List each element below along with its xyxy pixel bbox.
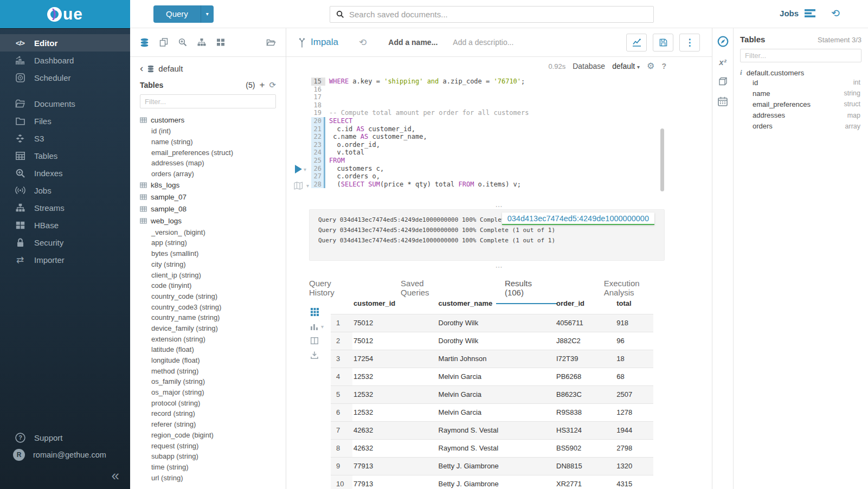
tree-table-web_logs[interactable]: web_logs <box>140 215 276 227</box>
table-row[interactable]: 742632Raymond S. VestalHS31241944 <box>331 422 653 440</box>
active-table-row[interactable]: i default.customers <box>740 68 861 77</box>
sidebar-item-tables[interactable]: Tables <box>0 147 130 164</box>
code-line[interactable]: 26 customers c, <box>311 165 712 173</box>
global-search[interactable] <box>330 6 654 23</box>
query-button[interactable]: Query ▾ <box>153 5 214 23</box>
columns-view-icon[interactable] <box>311 337 318 344</box>
sidebar-item-support[interactable]: ? Support <box>0 429 130 446</box>
tree-column[interactable]: referer (string) <box>140 419 276 430</box>
refresh-icon[interactable]: ⟳ <box>269 81 276 89</box>
tree-column[interactable]: country_code3 (string) <box>140 301 276 312</box>
tree-column[interactable]: record (string) <box>140 408 276 419</box>
tree-column[interactable]: city (string) <box>140 259 276 270</box>
search-zoom-icon[interactable] <box>178 38 187 47</box>
code-line[interactable]: 28 (SELECT SUM(price * qty) total FROM o… <box>311 181 712 189</box>
code-line[interactable]: 27 c.orders o, <box>311 172 712 181</box>
tree-column[interactable]: method (string) <box>140 365 276 376</box>
query-button-label[interactable]: Query <box>153 5 201 23</box>
hue-logo[interactable]: ) ue <box>0 0 130 28</box>
column-header-customer_id[interactable]: customer_id <box>352 295 438 314</box>
caret-down-icon[interactable]: ▾ <box>306 183 309 189</box>
tree-table-sample_07[interactable]: sample_07 <box>140 191 276 203</box>
engine-selector[interactable]: Impala <box>298 37 338 48</box>
grid-view-icon[interactable] <box>311 308 319 316</box>
sidebar-item-hbase[interactable]: HBase <box>0 216 130 234</box>
assist-column-orders[interactable]: ordersarray <box>740 121 861 132</box>
tree-table-k8s_logs[interactable]: k8s_logs <box>140 179 276 191</box>
tree-column[interactable]: subapp (string) <box>140 451 276 462</box>
execute-button[interactable] <box>295 165 302 173</box>
sidebar-item-editor[interactable]: </>Editor <box>0 34 130 52</box>
column-header-total[interactable]: total <box>615 295 653 314</box>
tree-column[interactable]: orders (array) <box>140 169 276 179</box>
sidebar-item-scheduler[interactable]: Scheduler <box>0 69 130 86</box>
open-folder-icon[interactable] <box>266 38 276 47</box>
sidebar-item-security[interactable]: Security <box>0 234 130 251</box>
tree-table-customers[interactable]: customers <box>140 114 276 126</box>
code-line[interactable]: 17 <box>311 93 712 101</box>
resize-handle[interactable]: ⋯ <box>286 265 712 269</box>
sidebar-item-documents[interactable]: Documents <box>0 95 130 112</box>
table-row[interactable]: 412532Melvin GarciaPB626868 <box>331 368 653 386</box>
query-history-icon[interactable]: ⟲ <box>831 8 840 18</box>
calendar-icon[interactable] <box>718 96 728 106</box>
functions-icon[interactable]: x² <box>719 57 726 67</box>
column-header-customer_name[interactable]: customer_name <box>438 295 555 314</box>
search-input[interactable] <box>349 10 647 19</box>
tree-column[interactable]: bytes (smallint) <box>140 248 276 259</box>
database-dropdown[interactable]: default ▾ <box>612 62 640 70</box>
editor-assist-compass-icon[interactable] <box>717 36 729 47</box>
sidebar-item-jobs[interactable]: Jobs <box>0 182 130 199</box>
chart-view-icon[interactable]: ▾ <box>311 323 324 330</box>
tree-column[interactable]: device_family (string) <box>140 323 276 334</box>
back-chevron-icon[interactable]: ‹ <box>140 63 143 73</box>
sql-code-editor[interactable]: 15WHERE a.key = 'shipping' and a.zip_cod… <box>311 75 712 207</box>
tree-column[interactable]: os_family (string) <box>140 376 276 387</box>
tree-column[interactable]: country_name (string) <box>140 312 276 323</box>
tree-column[interactable]: latitude (float) <box>140 344 276 355</box>
tree-column[interactable]: protocol (string) <box>140 397 276 408</box>
editor-history-icon[interactable]: ⟲ <box>359 37 367 48</box>
tree-column[interactable]: region_code (bigint) <box>140 430 276 441</box>
tree-column[interactable]: id (int) <box>140 126 276 137</box>
sidebar-item-indexes[interactable]: Indexes <box>0 164 130 182</box>
database-name[interactable]: default <box>158 64 183 73</box>
apps-grid-icon[interactable] <box>216 38 225 47</box>
code-line[interactable]: 15WHERE a.key = 'shipping' and a.zip_cod… <box>311 78 712 86</box>
tree-column[interactable]: os_major (string) <box>140 387 276 398</box>
tree-column[interactable]: _version_ (bigint) <box>140 227 276 237</box>
code-line[interactable]: 21 c.id AS customer_id, <box>311 125 712 133</box>
sidebar-item-dashboard[interactable]: Dashboard <box>0 52 130 69</box>
sidebar-item-streams[interactable]: Streams <box>0 199 130 216</box>
code-line[interactable]: 22 c.name AS customer_name, <box>311 133 712 141</box>
code-line[interactable]: 25FROM <box>311 157 712 165</box>
assist-column-email_preferences[interactable]: email_preferencesstruct <box>740 99 861 110</box>
tree-column[interactable]: request (string) <box>140 440 276 451</box>
sitemap-icon[interactable] <box>197 38 206 47</box>
right-filter-input[interactable] <box>740 49 861 62</box>
add-table-icon[interactable]: + <box>259 80 265 89</box>
editor-scrollbar[interactable] <box>660 128 664 191</box>
databases-icon[interactable] <box>140 38 149 47</box>
code-line[interactable]: 20SELECT <box>311 117 712 125</box>
assist-column-id[interactable]: idint <box>740 77 861 88</box>
help-question-icon[interactable]: ? <box>661 62 666 70</box>
sidebar-item-s3[interactable]: S3 <box>0 130 130 147</box>
info-icon[interactable]: i <box>740 68 742 77</box>
query-name-placeholder[interactable]: Add a name... <box>388 38 438 47</box>
table-row[interactable]: 977913Betty J. GiambroneDN88151320 <box>331 458 653 475</box>
table-row[interactable]: 1077913Betty J. GiambroneXR27714315 <box>331 475 653 489</box>
chart-button[interactable] <box>626 34 647 52</box>
query-dropdown-caret[interactable]: ▾ <box>201 5 214 23</box>
code-line[interactable]: 23 o.order_id, <box>311 141 712 149</box>
job-id-link[interactable]: 034d413ec7474ed5:4249de1000000000 <box>502 213 654 225</box>
collapse-sidebar-icon[interactable]: « <box>0 463 130 485</box>
table-row[interactable]: 612532Melvin GarciaR9S8381278 <box>331 404 653 422</box>
query-description-placeholder[interactable]: Add a descriptio... <box>453 38 513 47</box>
code-line[interactable]: 18 <box>311 101 712 110</box>
tree-column[interactable]: client_ip (string) <box>140 269 276 280</box>
code-line[interactable]: 16 <box>311 86 712 94</box>
settings-gear-icon[interactable]: ⚙ <box>647 62 654 70</box>
table-row[interactable]: 842632Raymond S. VestalBS59022798 <box>331 440 653 458</box>
table-row[interactable]: 512532Melvin GarciaB8623C2507 <box>331 386 653 404</box>
